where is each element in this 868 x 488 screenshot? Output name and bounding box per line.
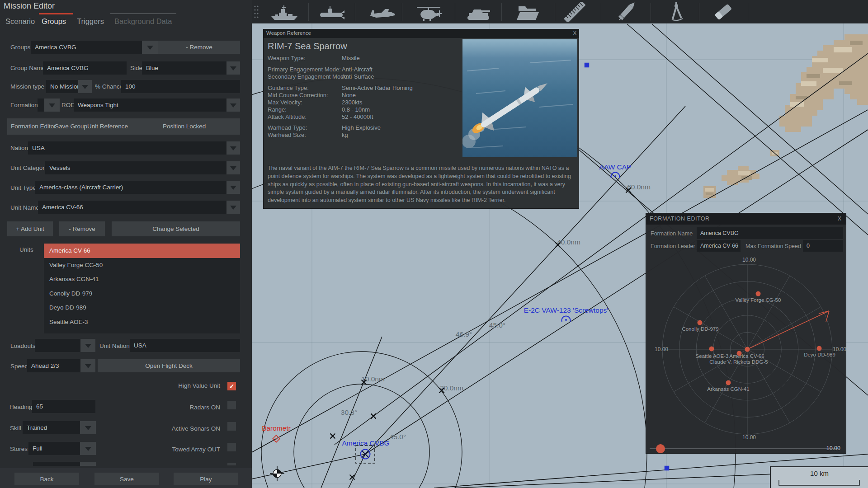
unit-category-select[interactable]: Vessels	[45, 161, 226, 174]
submarine-icon[interactable]	[317, 2, 346, 21]
formation-scale-slider-knob[interactable]	[656, 444, 665, 453]
formation-dropdown-arrow[interactable]	[44, 99, 60, 112]
stores-dropdown-arrow[interactable]	[80, 442, 96, 455]
tab-background-data[interactable]: Background Data	[114, 15, 172, 28]
spec-value: None	[342, 92, 356, 99]
page-title: Mission Editor	[4, 1, 55, 11]
aircraft-icon[interactable]	[368, 2, 397, 21]
unit-list-item[interactable]: Valley Forge CG-50	[44, 258, 240, 272]
tab-groups[interactable]: Groups	[42, 15, 66, 28]
back-button[interactable]: Back	[14, 473, 79, 485]
unit-type-select[interactable]: America-class (Aircraft Carrier)	[35, 181, 226, 194]
weapon-reference-window: Weapon Reference X RIM-7 Sea Sparrow Wea…	[263, 29, 579, 209]
nation-label: Nation	[10, 145, 28, 151]
active-sonars-on-checkbox[interactable]	[227, 422, 236, 431]
save-button[interactable]: Save	[94, 473, 159, 485]
formation-unit-dot[interactable]	[756, 291, 761, 296]
unit-type-dropdown-arrow[interactable]	[226, 181, 240, 194]
nation-select[interactable]: USA	[28, 141, 226, 155]
cap-symbol[interactable]	[560, 314, 572, 325]
roe-select[interactable]: Weapons Tight	[74, 99, 226, 112]
formation-scale-slider-track[interactable]	[650, 448, 839, 449]
formation-unit-dot[interactable]	[709, 347, 714, 352]
formation-unit-dot[interactable]	[817, 346, 822, 351]
map-label-45-0-: 45.0°	[390, 433, 406, 441]
position-locked-toggle[interactable]: Position Locked	[163, 123, 206, 130]
unit-list-item[interactable]: Arkansas CGN-41	[44, 272, 240, 286]
unit-list-item[interactable]: Claude V. Rickets DDG-5	[44, 329, 240, 333]
unit-list-item[interactable]: Seattle AOE-3	[44, 315, 240, 329]
groups-dropdown-arrow[interactable]	[142, 41, 158, 54]
unit-list-item[interactable]: Deyo DD-989	[44, 300, 240, 315]
spec-label: Primary Engagement Mode:	[268, 66, 341, 73]
unit-name-select[interactable]: America CV-66	[38, 201, 226, 214]
close-icon[interactable]: X	[573, 30, 576, 36]
helicopter-icon[interactable]	[414, 2, 443, 21]
formation-editor-button[interactable]: Formation Editor	[11, 123, 56, 130]
bullseye[interactable]	[269, 466, 285, 481]
save-group-button[interactable]: Save Group	[55, 123, 87, 130]
unit-list-item[interactable]: Conolly DD-979	[44, 286, 240, 301]
towed-array-out-checkbox[interactable]	[227, 443, 236, 451]
formation-unit-dot[interactable]	[745, 347, 750, 352]
loadouts-label: Loadouts	[10, 343, 36, 349]
skill-dropdown-arrow[interactable]	[80, 421, 96, 434]
chance-input[interactable]: 100	[121, 80, 240, 93]
grip-handle-icon[interactable]	[253, 3, 261, 21]
warship-icon[interactable]	[270, 2, 299, 21]
side-select[interactable]: Blue	[142, 61, 226, 75]
unit-nation-select[interactable]: USA	[130, 339, 240, 352]
heading-input[interactable]: 65	[32, 400, 95, 413]
clipped-checkbox	[227, 463, 236, 465]
unit-name-dropdown-arrow[interactable]	[226, 201, 240, 214]
unit-reference-button[interactable]: Unit Reference	[87, 123, 128, 130]
spec-label: Mid Course Correction:	[268, 92, 328, 99]
carrier-marker[interactable]	[354, 443, 376, 465]
spec-label: Warhead Type:	[268, 124, 307, 131]
folder-icon[interactable]	[513, 2, 542, 21]
side-dropdown-arrow[interactable]	[226, 61, 240, 75]
formation-unit-label: America CV-66	[729, 353, 764, 359]
speed-select[interactable]: Ahead 2/3	[27, 359, 80, 372]
cap-symbol[interactable]	[609, 170, 621, 182]
mission-type-dropdown-arrow[interactable]	[78, 80, 92, 93]
blue-square[interactable]	[665, 466, 670, 471]
open-flight-deck-button[interactable]: Open Flight Deck	[98, 359, 240, 372]
loadouts-select[interactable]	[35, 339, 80, 352]
high-value-unit-checkbox[interactable]: ✓	[227, 382, 236, 390]
loadouts-dropdown-arrow[interactable]	[80, 339, 95, 352]
roe-dropdown-arrow[interactable]	[226, 99, 240, 112]
stores-select[interactable]: Full	[28, 442, 80, 455]
pencil-icon[interactable]	[612, 2, 641, 21]
unit-list-item[interactable]: America CV-66	[44, 244, 240, 258]
change-selected-button[interactable]: Change Selected	[112, 221, 240, 236]
compass-icon[interactable]	[662, 2, 691, 21]
radars-on-checkbox[interactable]	[227, 401, 236, 409]
group-name-input[interactable]: America CVBG	[43, 61, 127, 75]
remove-group-button[interactable]: - Remove	[158, 41, 240, 54]
nation-dropdown-arrow[interactable]	[226, 141, 240, 155]
remove-unit-button[interactable]: - Remove	[59, 221, 105, 236]
speed-dropdown-arrow[interactable]	[80, 359, 95, 372]
play-button[interactable]: Play	[174, 473, 238, 485]
formation-unit-label: Arkansas CGN-41	[707, 386, 749, 392]
add-unit-button[interactable]: + Add Unit	[7, 221, 53, 236]
eraser-icon[interactable]	[709, 2, 738, 21]
blue-square[interactable]	[585, 63, 590, 68]
ring-label-top: 10.00	[742, 257, 756, 263]
formation-unit-dot[interactable]	[737, 351, 742, 356]
toolbar-divider	[308, 3, 309, 21]
formation-unit-dot[interactable]	[698, 320, 703, 325]
formation-unit-dot[interactable]	[726, 380, 731, 385]
spec-label: Secondary Engagement Mode:	[268, 73, 349, 80]
mission-type-select[interactable]: No Mission	[46, 80, 78, 93]
tab-triggers[interactable]: Triggers	[77, 15, 104, 28]
tank-icon[interactable]	[464, 2, 493, 21]
ruler-icon[interactable]	[560, 2, 589, 21]
tab-scenario[interactable]: Scenario	[5, 15, 35, 28]
groups-select[interactable]: America CVBG	[31, 41, 142, 54]
skill-select[interactable]: Trained	[23, 421, 80, 434]
unit-category-dropdown-arrow[interactable]	[226, 161, 240, 174]
window-titlebar[interactable]: Weapon Reference X	[264, 29, 579, 38]
active-tab-indicator	[39, 13, 73, 14]
